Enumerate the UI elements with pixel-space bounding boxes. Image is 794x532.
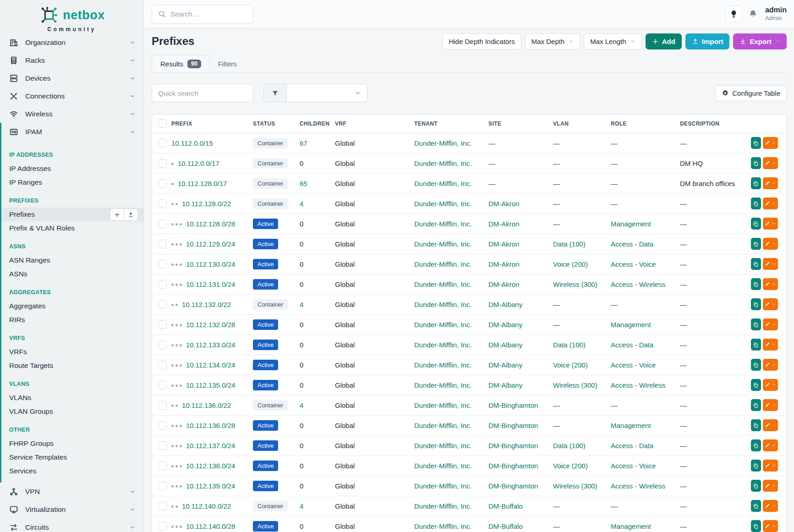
row-checkbox[interactable] [158, 361, 167, 369]
role-link[interactable]: Access - Data [611, 341, 653, 349]
column-header-children[interactable]: CHILDREN [300, 115, 335, 133]
role-link[interactable]: Management [611, 422, 651, 429]
filter-button[interactable] [264, 84, 287, 102]
prefix-link[interactable]: 10.112.128.0/17 [178, 180, 227, 187]
sidebar-item-rirs[interactable]: RIRs [1, 313, 143, 327]
tenant-link[interactable]: Dunder-Mifflin, Inc. [414, 482, 472, 490]
edit-button[interactable] [763, 157, 778, 169]
row-checkbox[interactable] [158, 179, 167, 188]
edit-button[interactable] [763, 379, 778, 391]
site-link[interactable]: DM-Buffalo [488, 522, 523, 530]
row-checkbox[interactable] [158, 159, 167, 168]
vlan-link[interactable]: Wireless (300) [553, 381, 597, 389]
edit-button[interactable] [763, 258, 778, 270]
clone-button[interactable] [751, 419, 761, 431]
clone-button[interactable] [751, 218, 761, 230]
tenant-link[interactable]: Dunder-Mifflin, Inc. [414, 139, 472, 147]
edit-button[interactable] [763, 218, 778, 230]
children-count[interactable]: 67 [300, 139, 307, 147]
prefix-link[interactable]: 10.112.128.0/28 [186, 220, 235, 228]
row-checkbox[interactable] [158, 461, 167, 470]
row-checkbox[interactable] [158, 381, 167, 389]
quick-search[interactable] [152, 84, 253, 102]
clone-button[interactable] [751, 500, 761, 512]
sidebar-item-vlan-groups[interactable]: VLAN Groups [1, 405, 143, 418]
sidebar-add-button[interactable] [110, 208, 124, 221]
prefix-link[interactable]: 10.112.129.0/24 [186, 240, 235, 248]
role-link[interactable]: Access - Wireless [611, 381, 665, 389]
role-link[interactable]: Access - Voice [611, 260, 656, 268]
edit-button[interactable] [763, 298, 778, 310]
clone-button[interactable] [751, 520, 761, 532]
vlan-link[interactable]: Data (100) [553, 341, 586, 349]
edit-button[interactable] [763, 137, 778, 149]
sidebar-item-ipam[interactable]: IPAM [1, 123, 143, 141]
site-link[interactable]: DM-Akron [488, 200, 520, 208]
prefix-link[interactable]: 10.112.139.0/24 [186, 482, 235, 490]
edit-button[interactable] [763, 399, 778, 411]
tab-results[interactable]: Results 90 [152, 55, 210, 72]
user-menu[interactable]: admin Admin [765, 6, 787, 22]
role-link[interactable]: Access - Wireless [611, 280, 665, 288]
edit-button[interactable] [763, 439, 778, 451]
site-link[interactable]: DM-Albany [488, 321, 522, 329]
row-checkbox[interactable] [158, 421, 167, 430]
clone-button[interactable] [751, 399, 761, 411]
edit-button[interactable] [763, 238, 778, 250]
prefix-link[interactable]: 10.112.130.0/24 [186, 260, 235, 268]
row-checkbox[interactable] [158, 320, 167, 329]
row-checkbox[interactable] [158, 260, 167, 269]
row-checkbox[interactable] [158, 240, 167, 248]
site-link[interactable]: DM-Binghamton [488, 482, 538, 490]
tenant-link[interactable]: Dunder-Mifflin, Inc. [414, 240, 472, 248]
column-header-vlan[interactable]: VLAN [553, 115, 611, 133]
prefix-link[interactable]: 10.112.136.0/22 [182, 401, 231, 409]
filter-select[interactable] [287, 84, 367, 102]
configure-table-button[interactable]: Configure Table [715, 85, 787, 101]
row-checkbox[interactable] [158, 280, 167, 289]
edit-button[interactable] [763, 500, 778, 512]
edit-button[interactable] [763, 197, 778, 209]
clone-button[interactable] [751, 278, 761, 290]
prefix-link[interactable]: 10.112.0.0/17 [178, 159, 219, 167]
site-link[interactable]: DM-Binghamton [488, 462, 538, 470]
edit-button[interactable] [763, 278, 778, 290]
tenant-link[interactable]: Dunder-Mifflin, Inc. [414, 260, 472, 268]
prefix-link[interactable]: 10.112.133.0/24 [186, 341, 235, 349]
sidebar-item-aggregates[interactable]: Aggregates [1, 299, 143, 313]
prefix-link[interactable]: 10.112.0.0/15 [171, 139, 213, 147]
site-link[interactable]: DM-Binghamton [488, 422, 538, 429]
sidebar-item-connections[interactable]: Connections [0, 87, 143, 105]
tenant-link[interactable]: Dunder-Mifflin, Inc. [414, 462, 472, 470]
quick-search-input[interactable] [158, 89, 247, 97]
children-count[interactable]: 65 [300, 180, 307, 187]
prefix-link[interactable]: 10.112.138.0/24 [186, 462, 235, 470]
sidebar-item-virtualization[interactable]: Virtualization [0, 500, 143, 518]
role-link[interactable]: Management [611, 522, 651, 530]
column-header-vrf[interactable]: VRF [335, 115, 414, 133]
row-checkbox[interactable] [158, 482, 167, 490]
max-length-button[interactable]: Max Length [584, 33, 641, 49]
clone-button[interactable] [751, 238, 761, 250]
tenant-link[interactable]: Dunder-Mifflin, Inc. [414, 159, 472, 167]
tenant-link[interactable]: Dunder-Mifflin, Inc. [414, 321, 472, 329]
children-count[interactable]: 4 [300, 502, 303, 510]
prefix-link[interactable]: 10.112.132.0/28 [186, 321, 235, 329]
clone-button[interactable] [751, 137, 761, 149]
role-link[interactable]: Access - Data [611, 442, 653, 450]
tenant-link[interactable]: Dunder-Mifflin, Inc. [414, 220, 472, 228]
theme-toggle-button[interactable] [725, 5, 742, 22]
sidebar-item-wireless[interactable]: Wireless [0, 105, 143, 123]
row-checkbox[interactable] [158, 199, 167, 208]
column-header-status[interactable]: STATUS [253, 115, 300, 133]
edit-button[interactable] [763, 520, 778, 532]
vlan-link[interactable]: Data (100) [553, 240, 586, 248]
site-link[interactable]: DM-Akron [488, 220, 520, 228]
sidebar-item-racks[interactable]: Racks [0, 51, 143, 69]
tenant-link[interactable]: Dunder-Mifflin, Inc. [414, 280, 472, 288]
clone-button[interactable] [751, 197, 761, 209]
select-all-checkbox[interactable] [158, 119, 167, 128]
tenant-link[interactable]: Dunder-Mifflin, Inc. [414, 401, 472, 409]
sidebar-item-fhrp-groups[interactable]: FHRP Groups [1, 437, 143, 450]
tab-filters[interactable]: Filters [210, 55, 245, 72]
